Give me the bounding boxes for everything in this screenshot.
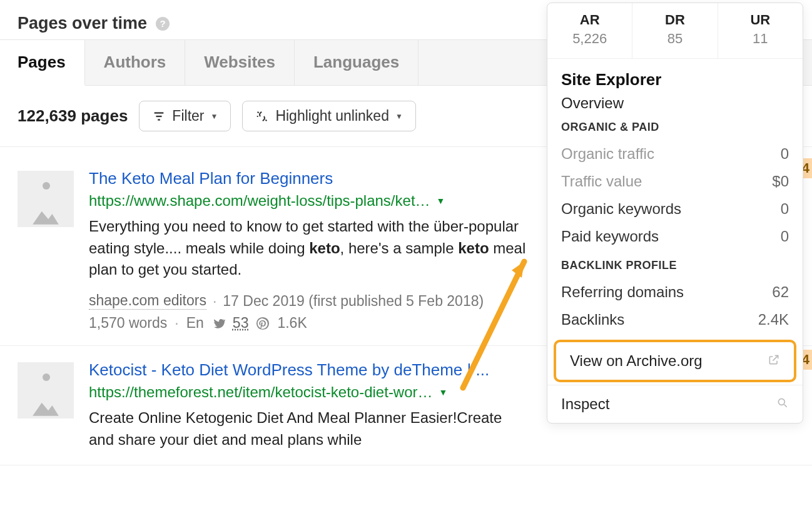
tab-authors[interactable]: Authors xyxy=(85,40,186,85)
paid-keywords-row[interactable]: Paid keywords0 xyxy=(561,223,789,250)
organic-keywords-row[interactable]: Organic keywords0 xyxy=(561,195,789,223)
metric-label: DR xyxy=(636,12,713,28)
svg-line-3 xyxy=(258,111,259,113)
result-meta-line-2: 1,570 words · En 53 1.6K xyxy=(89,315,527,332)
referring-domains-row[interactable]: Referring domains62 xyxy=(561,278,789,306)
svg-point-7 xyxy=(778,399,784,405)
organic-traffic-row[interactable]: Organic traffic0 xyxy=(561,140,789,168)
inspect-label: Inspect xyxy=(561,395,609,413)
metric-dr[interactable]: DR 85 xyxy=(632,3,717,58)
organic-paid-group-title: ORGANIC & PAID xyxy=(561,121,789,134)
caret-down-icon: ▼ xyxy=(210,112,218,121)
highlight-label: Highlight unlinked xyxy=(275,108,389,124)
result-title-link[interactable]: Ketocist - Keto Diet WordPress Theme by … xyxy=(89,360,489,379)
backlink-profile-group-title: BACKLINK PROFILE xyxy=(561,259,789,272)
archive-label: View on Archive.org xyxy=(570,352,703,370)
result-url[interactable]: https://www.shape.com/weight-loss/tips-p… xyxy=(89,192,430,210)
tab-languages[interactable]: Languages xyxy=(295,40,419,85)
result-date: 17 Dec 2019 (first published 5 Feb 2018) xyxy=(223,293,484,310)
result-snippet: Create Online Ketogenic Diet And Meal Pl… xyxy=(89,407,527,451)
metric-value: 85 xyxy=(636,31,713,47)
caret-down-icon: ▼ xyxy=(395,112,403,121)
twitter-count[interactable]: 53 xyxy=(233,315,249,332)
svg-line-4 xyxy=(266,119,267,121)
highlight-unlinked-button[interactable]: Highlight unlinked ▼ xyxy=(242,101,415,131)
filter-label: Filter xyxy=(172,108,204,124)
help-icon[interactable]: ? xyxy=(156,17,170,31)
traffic-value-row[interactable]: Traffic value$0 xyxy=(561,168,789,195)
result-language: En xyxy=(186,315,204,332)
url-detail-panel: AR 5,226 DR 85 UR 11 Site Explorer Overv… xyxy=(547,3,803,424)
page-title: Pages over time xyxy=(18,14,147,33)
image-placeholder-icon xyxy=(30,392,61,419)
metric-ur[interactable]: UR 11 xyxy=(718,3,803,58)
broken-link-icon xyxy=(255,109,269,123)
inspect-link[interactable]: Inspect xyxy=(547,385,803,423)
filter-button[interactable]: Filter ▼ xyxy=(139,101,231,131)
overview-link[interactable]: Overview xyxy=(561,94,789,112)
result-meta-line-1: shape.com editors · 17 Dec 2019 (first p… xyxy=(89,292,527,310)
external-link-icon xyxy=(768,352,780,370)
pinterest-count: 1.6K xyxy=(277,315,307,332)
search-icon xyxy=(776,395,789,413)
site-explorer-heading: Site Explorer xyxy=(561,70,789,89)
result-url[interactable]: https://themeforest.net/item/ketocist-ke… xyxy=(89,383,433,401)
metric-label: AR xyxy=(551,12,628,28)
results-count: 122,639 pages xyxy=(18,106,128,126)
thumbnail-placeholder xyxy=(18,362,74,419)
result-title-link[interactable]: The Keto Meal Plan for Beginners xyxy=(89,169,333,188)
url-dropdown-caret-icon[interactable]: ▼ xyxy=(437,196,445,206)
metric-value: 5,226 xyxy=(551,31,628,47)
metric-label: UR xyxy=(722,12,799,28)
result-word-count: 1,570 words xyxy=(89,315,167,332)
filter-icon xyxy=(152,109,166,123)
twitter-icon xyxy=(211,317,225,330)
result-snippet: Everything you need to know to get start… xyxy=(89,216,527,281)
svg-line-8 xyxy=(784,405,787,407)
metric-value: 11 xyxy=(722,31,799,47)
pinterest-icon xyxy=(256,317,270,330)
url-dropdown-caret-icon[interactable]: ▼ xyxy=(439,387,448,397)
backlinks-row[interactable]: Backlinks2.4K xyxy=(561,306,789,333)
tab-websites[interactable]: Websites xyxy=(185,40,295,85)
view-on-archive-link[interactable]: View on Archive.org xyxy=(556,342,794,380)
result-author[interactable]: shape.com editors xyxy=(89,292,206,310)
thumbnail-placeholder xyxy=(18,171,74,227)
image-placeholder-icon xyxy=(30,201,61,227)
tab-pages[interactable]: Pages xyxy=(0,40,85,86)
metric-ar[interactable]: AR 5,226 xyxy=(547,3,632,58)
